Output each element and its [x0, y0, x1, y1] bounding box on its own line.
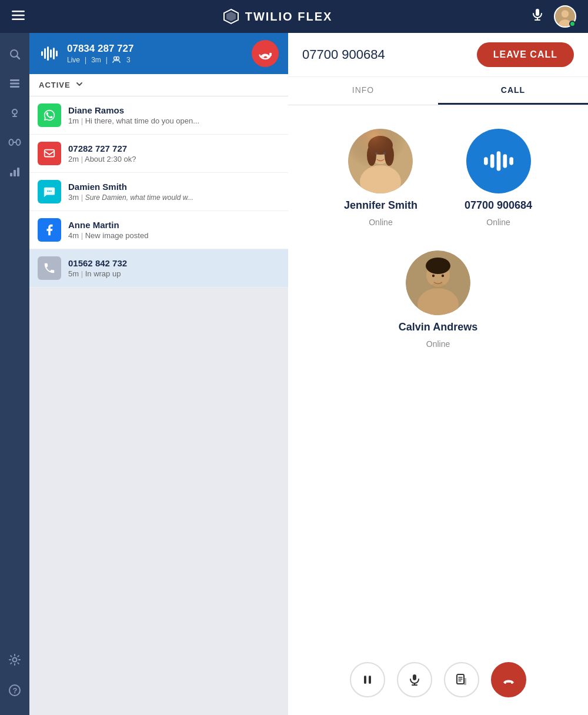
svg-line-12 [17, 56, 20, 59]
task-item-preview: 4m | New image posted [68, 231, 280, 240]
participant-name-audio: 07700 900684 [465, 199, 532, 212]
notes-button[interactable] [444, 662, 479, 697]
mute-button[interactable] [397, 662, 432, 697]
task-time: 4m [68, 231, 79, 240]
task-item[interactable]: Anne Martin 4m | New image posted [29, 211, 288, 249]
task-item-name: 07282 727 727 [68, 143, 280, 153]
svg-point-54 [442, 275, 444, 277]
svg-point-34 [51, 191, 52, 192]
sidebar-item-monitor[interactable] [3, 131, 26, 154]
svg-rect-48 [509, 157, 513, 165]
sidebar-item-search[interactable] [3, 42, 26, 66]
participant-name-calvin: Calvin Andrews [399, 321, 477, 333]
participant-calvin: Calvin Andrews Online [399, 250, 477, 349]
svg-rect-44 [484, 157, 488, 165]
svg-rect-62 [464, 678, 466, 685]
svg-point-9 [562, 10, 569, 18]
filter-bar: ACTIVE [29, 74, 288, 96]
participant-avatar-audio [466, 129, 531, 193]
participant-avatar-calvin [406, 250, 470, 315]
pause-button[interactable] [350, 662, 385, 697]
tab-info[interactable]: INFO [288, 77, 438, 105]
sidebar-item-analytics[interactable] [3, 160, 26, 183]
call-sep1: | [85, 56, 86, 64]
sidebar-item-settings[interactable] [3, 648, 26, 671]
svg-rect-23 [14, 170, 16, 176]
right-tabs: INFO CALL [288, 77, 588, 105]
leave-call-button[interactable]: LEAVE CALL [477, 42, 574, 67]
right-panel: 07700 900684 LEAVE CALL INFO CALL [288, 33, 588, 715]
svg-marker-4 [226, 12, 236, 21]
participant-jennifer: Jennifer Smith Online [344, 129, 417, 227]
app-logo: TWILIO FLEX [223, 8, 333, 25]
task-time: 5m [68, 269, 79, 278]
task-channel-icon-chat [38, 180, 61, 203]
tab-call[interactable]: CALL [438, 77, 588, 105]
task-item-name: 01562 842 732 [68, 258, 280, 268]
topbar: TWILIO FLEX [0, 0, 588, 33]
sidebar-item-tasks[interactable] [3, 72, 26, 95]
task-time: 2m [68, 155, 79, 163]
svg-point-33 [49, 191, 50, 192]
user-avatar[interactable] [554, 5, 576, 28]
svg-rect-56 [364, 676, 366, 684]
active-call-number: 07834 287 727 [67, 43, 133, 55]
svg-point-53 [432, 275, 435, 277]
active-call-hangup-button[interactable] [252, 40, 279, 67]
svg-rect-0 [12, 11, 25, 12]
task-item[interactable]: Diane Ramos 1m | Hi there, what time do … [29, 96, 288, 135]
task-channel-icon-whatsapp [38, 103, 61, 127]
svg-point-32 [47, 191, 48, 192]
sidebar-item-help[interactable]: ? [3, 679, 26, 702]
call-duration: 3m [91, 56, 101, 64]
filter-label: ACTIVE [39, 81, 71, 89]
participants-wrap: Jennifer Smith Online [288, 129, 588, 349]
task-item-name: Diane Ramos [68, 105, 280, 115]
svg-rect-46 [496, 151, 500, 171]
mic-icon[interactable] [530, 8, 544, 25]
task-item[interactable]: Damien Smith 3m | Sure Damien, what time… [29, 173, 288, 211]
participant-status-audio: Online [486, 218, 510, 227]
task-time: 1m [68, 116, 79, 125]
filter-dropdown-icon[interactable] [75, 80, 83, 90]
right-header: 07700 900684 LEAVE CALL [288, 33, 588, 77]
svg-point-16 [12, 109, 17, 114]
svg-rect-45 [490, 154, 494, 168]
svg-rect-1 [12, 14, 25, 16]
svg-point-20 [16, 139, 21, 145]
participant-name-jennifer: Jennifer Smith [344, 199, 417, 212]
call-status: Live [67, 56, 80, 64]
task-item-preview: 1m | Hi there, what time do you open... [68, 116, 280, 125]
participant-status-jennifer: Online [369, 218, 392, 227]
task-item-preview: 5m | In wrap up [68, 269, 280, 278]
svg-rect-47 [503, 154, 507, 168]
task-time: 3m [68, 193, 79, 202]
svg-point-29 [116, 57, 119, 60]
user-online-indicator [569, 21, 576, 27]
task-item[interactable]: 01562 842 732 5m | In wrap up [29, 249, 288, 288]
sidebar-item-insights[interactable] [3, 101, 26, 125]
call-content: Jennifer Smith Online [288, 105, 588, 715]
svg-point-19 [9, 139, 14, 145]
hangup-button[interactable] [491, 662, 526, 697]
task-item-name: Damien Smith [68, 182, 280, 192]
svg-rect-58 [413, 674, 416, 680]
svg-rect-2 [12, 18, 25, 20]
svg-rect-57 [369, 676, 371, 684]
hamburger-menu-icon[interactable] [12, 9, 25, 25]
call-sep2: | [106, 56, 108, 64]
task-item-name: Anne Martin [68, 220, 280, 230]
participant-avatar-jennifer [348, 129, 413, 193]
svg-text:?: ? [13, 686, 18, 695]
svg-rect-14 [10, 83, 19, 85]
svg-rect-5 [536, 9, 539, 16]
task-item[interactable]: 07282 727 727 2m | About 2:30 ok? [29, 135, 288, 173]
app-title: TWILIO FLEX [245, 10, 333, 24]
soundwave-icon [39, 43, 60, 64]
svg-rect-13 [10, 79, 19, 81]
active-call-meta: Live | 3m | 3 [67, 56, 133, 64]
task-channel-icon-phone [38, 256, 61, 280]
participant-audio: 07700 900684 Online [465, 129, 532, 227]
participant-status-calvin: Online [426, 339, 450, 349]
top-participants: Jennifer Smith Online [344, 129, 532, 227]
